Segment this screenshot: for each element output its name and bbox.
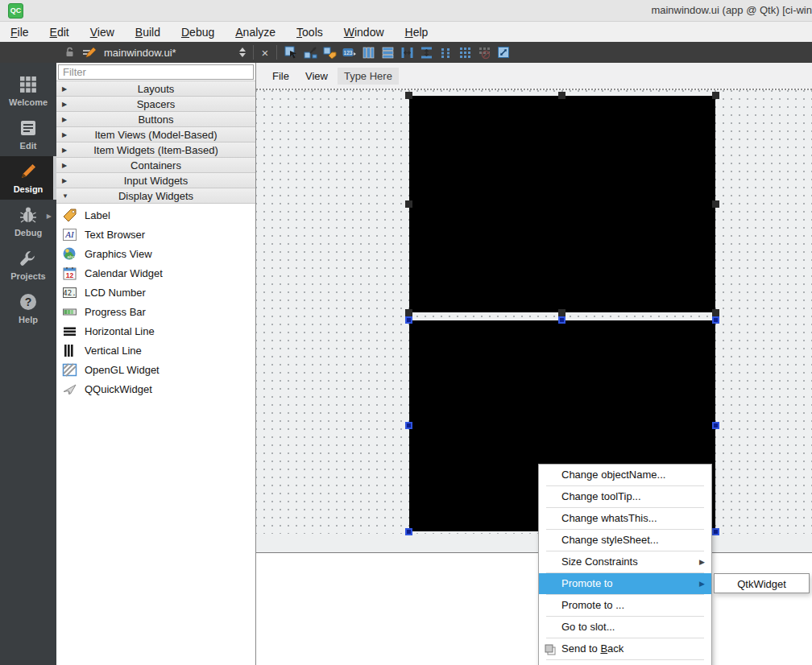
menu-item-change-tooltip[interactable]: Change toolTip... — [539, 486, 711, 507]
widget-item-label[interactable]: Label — [56, 205, 255, 225]
collapsed-arrow-icon: ▶ — [62, 131, 67, 138]
menu-item-promote-to[interactable]: Promote to▶ — [539, 573, 711, 594]
mode-projects[interactable]: Projects — [0, 243, 56, 287]
collapsed-arrow-icon: ▶ — [62, 101, 67, 108]
layout-grid-icon[interactable] — [457, 44, 473, 60]
widget-item-opengl[interactable]: OpenGL Widget — [56, 360, 255, 379]
widget-item-lcd-number[interactable]: 42. LCD Number — [56, 283, 255, 302]
resize-handle[interactable] — [712, 200, 719, 208]
resize-handle[interactable] — [558, 316, 566, 324]
layout-vertical-icon[interactable] — [379, 44, 396, 60]
edit-signals-slots-icon[interactable] — [302, 44, 318, 60]
widget-item-qquickwidget[interactable]: QQuickWidget — [56, 379, 255, 399]
svg-text:12: 12 — [66, 271, 74, 279]
horizontal-line-icon — [62, 324, 77, 339]
layout-form-icon[interactable] — [437, 44, 454, 60]
widget-item-calendar[interactable]: 12 Calendar Widget — [56, 263, 255, 283]
widget-box-panel: ▶Layouts ▶Spacers ▶Buttons ▶Item Views (… — [56, 63, 256, 665]
mode-help[interactable]: ? Help — [0, 287, 56, 330]
category-display-widgets[interactable]: ▼Display Widgets — [56, 188, 255, 204]
open-document-name[interactable]: mainwindow.ui* — [104, 47, 239, 59]
mode-sidebar: Welcome Edit Design ▶ Debug Projects ? H… — [0, 63, 56, 665]
resize-handle[interactable] — [405, 309, 412, 316]
menu-item-size-constraints[interactable]: Size Constraints▶ — [539, 551, 711, 572]
resize-handle[interactable] — [712, 422, 719, 429]
menu-item-bring-to-front[interactable]: Bring to Front — [539, 660, 711, 665]
mode-welcome[interactable]: Welcome — [0, 69, 56, 113]
menu-build[interactable]: Build — [125, 22, 171, 42]
menu-file[interactable]: File — [0, 22, 39, 42]
form-menu-type-here[interactable]: Type Here — [338, 68, 399, 85]
resize-handle[interactable] — [712, 92, 719, 99]
menu-analyze[interactable]: Analyze — [225, 22, 286, 42]
svg-text:?: ? — [25, 295, 32, 308]
svg-text:AI: AI — [64, 229, 75, 239]
menu-edit[interactable]: Edit — [39, 22, 80, 42]
mode-label: Welcome — [9, 97, 48, 107]
widget-item-text-browser[interactable]: AI Text Browser — [56, 225, 255, 244]
placeholder-widget-1[interactable] — [409, 96, 715, 312]
menu-item-promote-to-dialog[interactable]: Promote to ... — [539, 595, 711, 616]
collapsed-arrow-icon: ▶ — [62, 162, 67, 169]
debug-flyout-arrow-icon[interactable]: ▶ — [47, 213, 52, 220]
resize-handle[interactable] — [558, 309, 566, 316]
progress-bar-icon — [62, 304, 77, 320]
mode-design[interactable]: Design — [0, 156, 56, 200]
menu-tools[interactable]: Tools — [286, 22, 334, 42]
vertical-line-icon — [62, 343, 77, 358]
widget-item-progress-bar[interactable]: Progress Bar — [56, 302, 255, 321]
form-menu-view[interactable]: View — [299, 68, 334, 85]
resize-handle[interactable] — [405, 422, 412, 429]
close-document-button[interactable]: × — [258, 46, 272, 60]
edit-tab-order-icon[interactable]: 123 — [341, 44, 357, 60]
layout-horizontal-splitter-icon[interactable] — [399, 44, 415, 60]
submenu-arrow-icon: ▶ — [699, 573, 705, 594]
menu-item-change-stylesheet[interactable]: Change styleSheet... — [539, 530, 711, 551]
mode-edit[interactable]: Edit — [0, 113, 56, 156]
menu-item-go-to-slot[interactable]: Go to slot... — [539, 617, 711, 638]
edit-buddies-icon[interactable] — [321, 44, 338, 60]
edit-widgets-icon[interactable] — [283, 44, 299, 60]
mode-debug[interactable]: ▶ Debug — [0, 200, 56, 243]
category-input-widgets[interactable]: ▶Input Widgets — [56, 173, 255, 188]
resize-handle[interactable] — [712, 316, 719, 324]
expanded-arrow-icon: ▼ — [62, 192, 68, 200]
menu-item-change-whatsthis[interactable]: Change whatsThis... — [539, 508, 711, 529]
display-widgets-list: Label AI Text Browser abc Graphics View … — [56, 204, 255, 399]
menu-help[interactable]: Help — [395, 22, 439, 42]
category-buttons[interactable]: ▶Buttons — [56, 112, 255, 127]
adjust-size-icon[interactable] — [495, 44, 512, 60]
category-containers[interactable]: ▶Containers — [56, 158, 255, 173]
menu-item-send-to-back[interactable]: Send to Back — [539, 638, 711, 659]
menu-view[interactable]: View — [80, 22, 125, 42]
resize-handle[interactable] — [405, 528, 412, 535]
paper-plane-icon — [62, 382, 77, 397]
form-menu-file[interactable]: File — [266, 68, 296, 85]
menu-window[interactable]: Window — [334, 22, 395, 42]
promote-to-submenu[interactable]: QtkWidget — [714, 573, 810, 593]
widget-item-vertical-line[interactable]: Vertical Line — [56, 341, 255, 360]
resize-handle[interactable] — [405, 200, 412, 208]
widget-item-horizontal-line[interactable]: Horizontal Line — [56, 321, 255, 341]
menu-item-change-objectname[interactable]: Change objectName... — [539, 465, 711, 485]
document-switcher-spinner[interactable] — [239, 48, 246, 57]
text-browser-icon: AI — [62, 227, 77, 242]
menu-debug[interactable]: Debug — [171, 22, 225, 42]
resize-handle[interactable] — [405, 316, 412, 324]
collapsed-arrow-icon: ▶ — [62, 177, 67, 184]
layout-vertical-splitter-icon[interactable] — [418, 44, 434, 60]
category-item-views[interactable]: ▶Item Views (Model-Based) — [56, 127, 255, 142]
break-layout-icon[interactable] — [476, 44, 492, 60]
widget-item-graphics-view[interactable]: abc Graphics View — [56, 244, 255, 263]
resize-handle[interactable] — [405, 92, 412, 99]
resize-handle[interactable] — [558, 92, 566, 99]
category-layouts[interactable]: ▶Layouts — [56, 81, 255, 97]
layout-horizontal-icon[interactable] — [360, 44, 376, 60]
resize-handle[interactable] — [712, 528, 719, 535]
widget-filter-input[interactable] — [58, 64, 254, 80]
category-spacers[interactable]: ▶Spacers — [56, 97, 255, 112]
category-item-widgets[interactable]: ▶Item Widgets (Item-Based) — [56, 142, 255, 158]
resize-handle[interactable] — [712, 309, 719, 316]
mode-label: Edit — [20, 141, 37, 151]
opengl-icon — [62, 362, 77, 378]
